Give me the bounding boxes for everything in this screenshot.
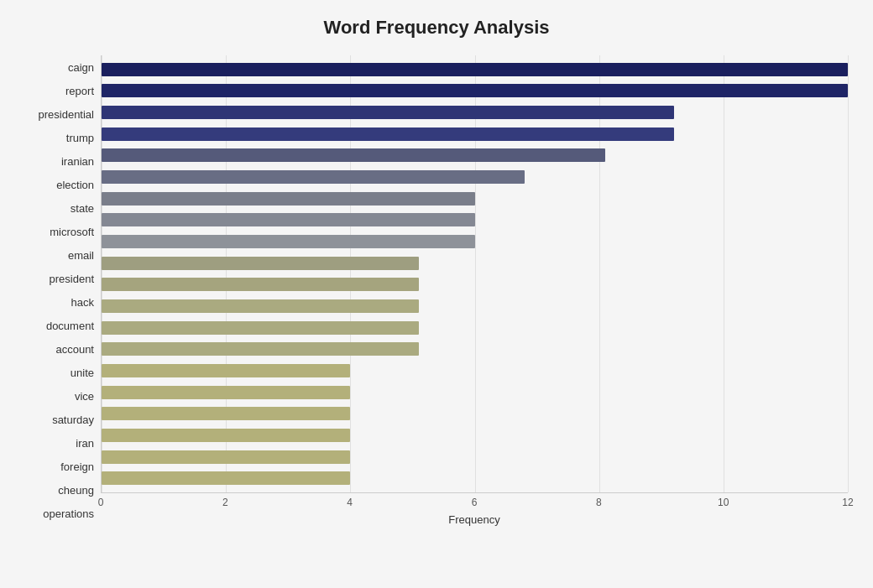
bar-row <box>102 295 848 317</box>
bar <box>102 170 525 184</box>
y-label: foreign <box>60 461 94 472</box>
y-label: president <box>50 273 94 284</box>
bar-row <box>102 145 848 167</box>
bar <box>102 321 419 335</box>
bar <box>102 278 419 291</box>
bar <box>102 235 475 248</box>
chart-container: Word Frequency Analysis caignreportpresi… <box>0 0 873 588</box>
y-label: report <box>65 86 94 96</box>
bar <box>102 342 419 356</box>
y-label: email <box>68 250 94 261</box>
bar <box>102 407 350 420</box>
bar <box>102 148 605 162</box>
y-label: presidential <box>39 109 95 120</box>
y-label: election <box>56 180 94 190</box>
bar <box>102 386 350 399</box>
bars-and-xaxis: 024681012 Frequency <box>101 55 848 526</box>
bar-row <box>102 59 848 81</box>
y-label: document <box>46 320 94 331</box>
bar-row <box>102 123 848 145</box>
bar <box>102 192 475 206</box>
y-label: hack <box>71 297 94 308</box>
x-tick: 6 <box>472 497 478 508</box>
x-tick: 10 <box>718 497 729 508</box>
y-label: saturday <box>52 414 94 425</box>
bar-row <box>102 210 848 232</box>
bar-row <box>102 424 848 446</box>
bar <box>102 299 419 313</box>
x-tick: 4 <box>347 497 353 508</box>
bar-row <box>102 231 848 252</box>
y-label: microsoft <box>50 226 94 237</box>
bar <box>102 450 350 464</box>
x-tick: 2 <box>222 497 228 508</box>
bar-row <box>102 188 848 210</box>
y-label: account <box>55 344 94 355</box>
bar-row <box>102 101 848 123</box>
grid-line <box>848 55 849 492</box>
bar-row <box>102 467 848 489</box>
y-label: cheung <box>58 485 94 496</box>
bar <box>102 84 848 97</box>
bar-row <box>102 403 848 425</box>
y-label: iranian <box>61 156 94 167</box>
x-tick: 0 <box>98 497 104 508</box>
bar <box>102 257 419 270</box>
bar-row <box>102 166 848 188</box>
y-label: state <box>71 203 94 214</box>
bar-row <box>102 360 848 382</box>
x-axis: 024681012 Frequency <box>101 492 848 526</box>
y-label: vice <box>75 391 94 402</box>
bar-row <box>102 274 848 296</box>
bar-row <box>102 81 848 102</box>
bar <box>102 63 848 76</box>
y-label: unite <box>71 367 94 378</box>
y-label: iran <box>76 438 94 449</box>
y-axis: caignreportpresidentialtrumpiranianelect… <box>25 55 101 526</box>
bar-row <box>102 339 848 361</box>
chart-area: caignreportpresidentialtrumpiranianelect… <box>25 55 848 526</box>
x-tick: 12 <box>842 497 853 508</box>
bar <box>102 106 674 119</box>
bar-row <box>102 317 848 339</box>
bar <box>102 213 475 226</box>
x-tick: 8 <box>596 497 602 508</box>
bar <box>102 471 350 485</box>
bar <box>102 429 350 442</box>
y-label: trump <box>66 133 94 143</box>
y-label: operations <box>43 508 94 519</box>
bar-row <box>102 252 848 274</box>
bars-area <box>101 55 848 492</box>
bar-row <box>102 446 848 468</box>
y-label: caign <box>68 62 94 73</box>
chart-title: Word Frequency Analysis <box>25 17 848 39</box>
bar-row <box>102 382 848 403</box>
bar <box>102 127 674 141</box>
bar <box>102 364 350 377</box>
